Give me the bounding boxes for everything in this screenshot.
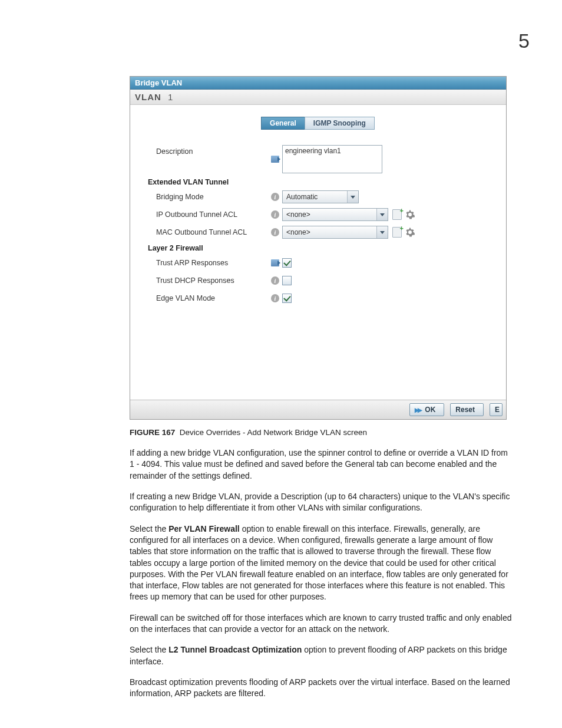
paragraph: Broadcast optimization prevents flooding… <box>130 677 512 700</box>
bridging-mode-label: Bridging Mode <box>148 193 268 201</box>
info-icon[interactable]: i <box>271 228 279 236</box>
ok-button[interactable]: ▶▶ OK <box>409 403 444 416</box>
dialog-titlebar: Bridge VLAN <box>130 77 506 90</box>
create-new-icon[interactable] <box>392 227 402 238</box>
bold-term: Per VLAN Firewall <box>168 524 240 533</box>
exit-label: E <box>495 406 500 414</box>
figure-title: Device Overrides - Add Network Bridge VL… <box>180 428 367 437</box>
chevron-down-icon <box>347 191 358 203</box>
ip-outbound-acl-value: <none> <box>283 210 376 219</box>
subtitle-prefix: VLAN <box>135 92 161 102</box>
figure-number: FIGURE 167 <box>130 428 175 437</box>
trust-dhcp-label: Trust DHCP Responses <box>148 276 268 285</box>
paragraph: If adding a new bridge VLAN configuratio… <box>130 447 512 482</box>
bridge-vlan-dialog: Bridge VLAN VLAN 1 General IGMP Snooping… <box>130 76 507 420</box>
text: Select the <box>130 645 168 654</box>
bold-term: L2 Tunnel Broadcast Optimization <box>168 645 302 654</box>
paragraph: Firewall can be switched off for those i… <box>130 612 512 635</box>
ok-label: OK <box>425 406 435 414</box>
bridging-mode-dropdown[interactable]: Automatic <box>282 190 359 203</box>
exit-button-partial[interactable]: E <box>490 403 503 416</box>
paragraph: Select the Per VLAN Firewall option to e… <box>130 523 512 603</box>
text: Select the <box>130 524 168 533</box>
description-input[interactable] <box>282 145 382 173</box>
override-icon <box>271 156 279 163</box>
edge-vlan-checkbox[interactable] <box>282 294 292 303</box>
tab-general[interactable]: General <box>261 117 305 130</box>
chevron-down-icon <box>376 209 388 220</box>
description-label: Description <box>148 145 268 156</box>
ip-outbound-acl-dropdown[interactable]: <none> <box>282 208 388 221</box>
tab-igmp-snooping[interactable]: IGMP Snooping <box>305 117 375 130</box>
mac-outbound-acl-dropdown[interactable]: <none> <box>282 226 388 239</box>
trust-arp-checkbox[interactable] <box>282 258 292 268</box>
override-icon <box>271 259 279 266</box>
info-icon[interactable]: i <box>271 294 279 302</box>
paragraph: If creating a new Bridge VLAN, provide a… <box>130 491 512 514</box>
dialog-footer: ▶▶ OK Reset E <box>130 400 506 419</box>
bridging-mode-value: Automatic <box>283 193 347 201</box>
edge-vlan-label: Edge VLAN Mode <box>148 294 268 302</box>
text: option to enable firewall on this interf… <box>130 524 508 602</box>
gear-icon[interactable] <box>405 227 415 238</box>
section-extended-vlan-tunnel: Extended VLAN Tunnel <box>148 178 478 186</box>
create-new-icon[interactable] <box>392 209 402 220</box>
dialog-subtitle: VLAN 1 <box>130 90 506 105</box>
page-number: 5 <box>27 29 535 52</box>
info-icon[interactable]: i <box>271 210 279 219</box>
mac-outbound-acl-value: <none> <box>283 228 376 236</box>
ip-outbound-acl-label: IP Outbound Tunnel ACL <box>148 210 268 219</box>
info-icon[interactable]: i <box>271 276 279 285</box>
trust-dhcp-checkbox[interactable] <box>282 276 292 285</box>
figure-caption: FIGURE 167 Device Overrides - Add Networ… <box>130 428 535 437</box>
play-icon: ▶▶ <box>415 407 421 413</box>
tabs: General IGMP Snooping <box>136 117 500 130</box>
gear-icon[interactable] <box>405 209 415 220</box>
paragraph: Select the L2 Tunnel Broadcast Optimizat… <box>130 644 512 667</box>
reset-label: Reset <box>455 406 475 414</box>
reset-button[interactable]: Reset <box>450 403 484 416</box>
section-layer2-firewall: Layer 2 Firewall <box>148 244 478 252</box>
info-icon[interactable]: i <box>271 193 279 201</box>
chevron-down-icon <box>376 226 388 238</box>
trust-arp-label: Trust ARP Responses <box>148 259 268 267</box>
subtitle-value: 1 <box>168 92 173 102</box>
mac-outbound-acl-label: MAC Outbound Tunnel ACL <box>148 228 268 236</box>
